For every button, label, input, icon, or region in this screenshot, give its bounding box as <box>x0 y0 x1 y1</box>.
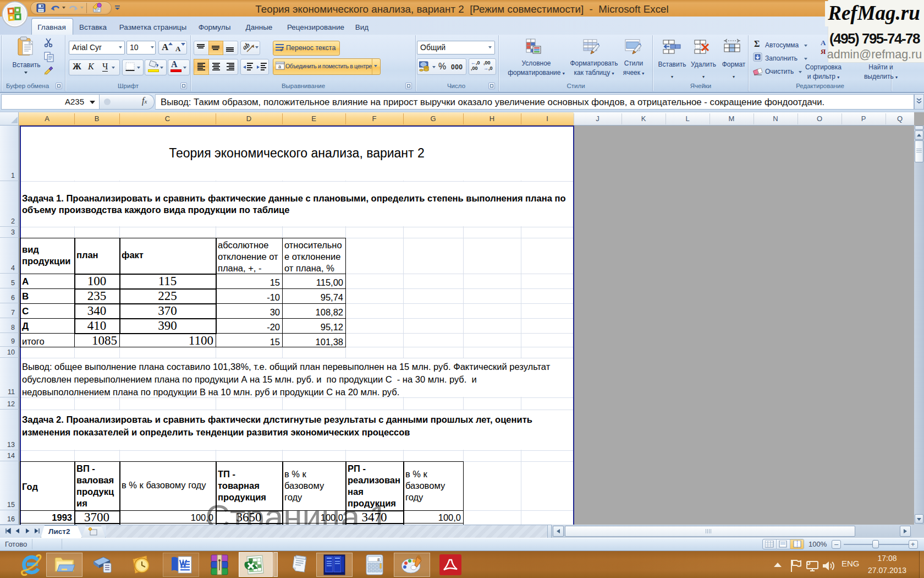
svg-text:8: 8 <box>377 557 380 562</box>
svg-text:a: a <box>278 64 281 69</box>
